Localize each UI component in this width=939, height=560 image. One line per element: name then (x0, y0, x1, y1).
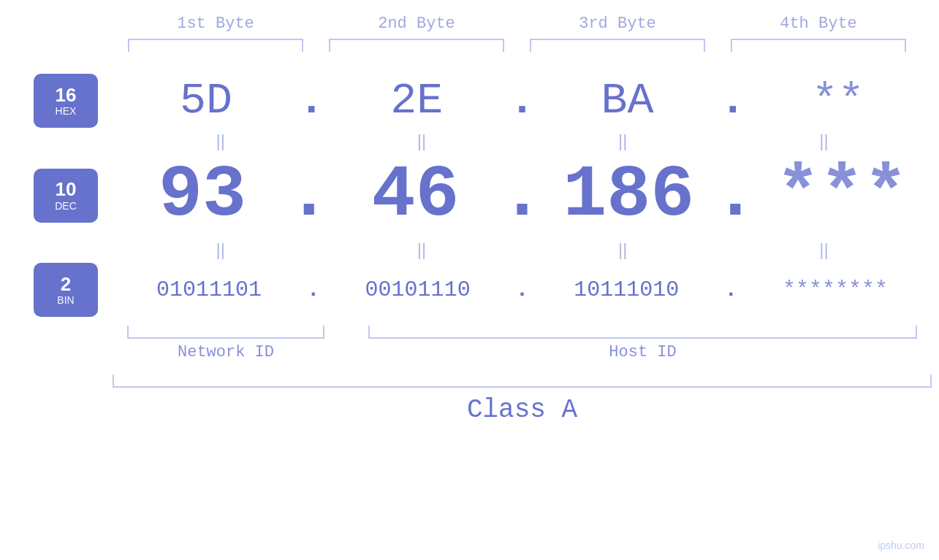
dec-dot2: . (500, 154, 544, 237)
bin-dot2: . (515, 277, 528, 302)
dec-dot1: . (287, 154, 331, 237)
host-id-section: Host ID (368, 326, 917, 361)
hex-byte2: 2E (336, 76, 497, 126)
eq1-2: || (341, 131, 502, 151)
bracket-byte2 (329, 39, 504, 52)
hex-byte4: ** (758, 76, 919, 126)
dec-base-number: 10 (56, 179, 77, 200)
eq2-3: || (542, 239, 703, 260)
network-id-label: Network ID (178, 343, 274, 361)
dec-dot3: . (713, 154, 757, 237)
hex-values: 5D . 2E . BA . ** (105, 76, 939, 126)
hex-byte3: BA (547, 76, 708, 126)
dec-row: 10 DEC 93 . 46 . 186 . *** (0, 154, 939, 237)
network-id-section: Network ID (127, 326, 324, 361)
hex-dot1: . (298, 76, 324, 126)
hex-dot3: . (720, 76, 746, 126)
byte1-header: 1st Byte (128, 15, 303, 33)
byte3-header: 3rd Byte (530, 15, 705, 33)
bracket-byte1 (128, 39, 303, 52)
dec-values: 93 . 46 . 186 . *** (105, 154, 939, 237)
bracket-byte3 (530, 39, 705, 52)
bin-byte3: 10111010 (546, 277, 707, 302)
host-id-bracket (368, 326, 917, 339)
bin-row: 2 BIN 01011101 . 00101110 . 10111010 . *… (0, 263, 939, 317)
byte4-header: 4th Byte (731, 15, 906, 33)
bin-base-label: BIN (57, 294, 74, 306)
bin-base-number: 2 (61, 274, 71, 295)
dec-byte4: *** (761, 154, 922, 237)
eq1-3: || (542, 131, 703, 151)
hex-badge: 16 HEX (34, 74, 98, 128)
eq1-1: || (140, 131, 301, 151)
hex-base-label: HEX (56, 105, 77, 117)
hex-row: 16 HEX 5D . 2E . BA . ** (0, 74, 939, 128)
dec-byte3: 186 (548, 154, 709, 237)
network-id-bracket (127, 326, 324, 339)
bin-values: 01011101 . 00101110 . 10111010 . *******… (105, 277, 939, 302)
equals-row-2: || || || || (105, 239, 939, 260)
bin-dot3: . (724, 277, 737, 302)
hex-dot2: . (509, 76, 535, 126)
equals-row-1: || || || || (105, 131, 939, 151)
eq2-4: || (743, 239, 904, 260)
eq1-4: || (743, 131, 904, 151)
bracket-byte4 (731, 39, 906, 52)
watermark: ipshu.com (878, 540, 924, 551)
dec-byte1: 93 (122, 154, 283, 237)
class-row: Class A (113, 395, 932, 425)
dec-badge: 10 DEC (34, 169, 98, 223)
top-brackets (115, 39, 919, 52)
main-container: 1st Byte 2nd Byte 3rd Byte 4th Byte 16 H… (0, 0, 939, 560)
dec-byte2: 46 (335, 154, 496, 237)
bottom-bracket (113, 375, 932, 388)
eq2-2: || (341, 239, 502, 260)
hex-byte1: 5D (126, 76, 286, 126)
bottom-section: Class A (113, 375, 932, 425)
bin-byte1: 01011101 (129, 277, 289, 302)
byte-headers: 1st Byte 2nd Byte 3rd Byte 4th Byte (115, 15, 919, 33)
host-id-label: Host ID (609, 343, 676, 361)
class-label: Class A (467, 395, 577, 425)
bin-badge: 2 BIN (34, 263, 98, 317)
bin-byte2: 00101110 (338, 277, 498, 302)
bin-dot1: . (307, 277, 320, 302)
hex-base-number: 16 (56, 85, 77, 106)
byte2-header: 2nd Byte (329, 15, 504, 33)
dec-base-label: DEC (55, 200, 77, 212)
bin-byte4: ******** (755, 277, 916, 302)
eq2-1: || (140, 239, 301, 260)
id-label-row: Network ID Host ID (113, 326, 932, 361)
